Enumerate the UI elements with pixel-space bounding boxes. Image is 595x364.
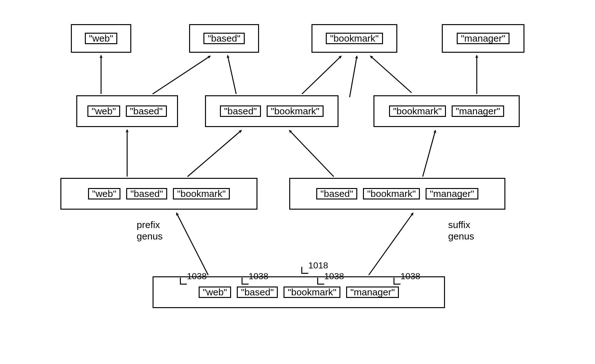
ref-r1038-3: 1038 (324, 271, 344, 281)
ref-r1038-4: 1038 (400, 271, 420, 281)
word-based: "based" (237, 286, 278, 298)
word-bookmark: "bookmark" (363, 188, 420, 199)
word-bookmark: "bookmark" (389, 105, 446, 117)
word-based: "based" (203, 33, 244, 44)
svg-line-3 (302, 56, 341, 94)
word-web: "web" (199, 286, 231, 298)
svg-line-1 (153, 56, 210, 94)
ref-r1038-2: 1038 (249, 271, 268, 281)
word-web: "web" (88, 188, 120, 199)
node-m1: "web""based" (76, 95, 178, 127)
word-bookmark: "bookmark" (326, 33, 383, 44)
word-bookmark: "bookmark" (267, 105, 324, 117)
word-based: "based" (316, 188, 357, 199)
ref-hook (393, 278, 400, 285)
ref-r1038-1: 1038 (187, 271, 207, 281)
node-t3: "bookmark" (311, 24, 397, 53)
svg-line-2 (228, 55, 236, 94)
label-suffix: suffix genus (448, 219, 474, 242)
node-m2: "based""bookmark" (205, 95, 339, 127)
ref-hook (301, 267, 308, 274)
word-manager: "manager" (457, 33, 510, 44)
node-t1: "web" (71, 24, 131, 53)
svg-line-4 (350, 56, 357, 97)
svg-line-10 (423, 130, 435, 177)
node-t4: "manager" (442, 24, 524, 53)
word-bookmark: "bookmark" (173, 188, 230, 199)
ref-hook (180, 278, 187, 285)
ref-hook (242, 278, 249, 285)
word-manager: "manager" (452, 105, 504, 117)
svg-line-5 (370, 56, 412, 93)
svg-line-11 (176, 213, 208, 275)
label-prefix: prefix genus (137, 219, 163, 242)
node-m3: "bookmark""manager" (373, 95, 520, 127)
svg-line-12 (369, 213, 413, 275)
word-manager: "manager" (346, 286, 399, 298)
word-bookmark: "bookmark" (284, 286, 340, 298)
word-web: "web" (87, 105, 120, 117)
word-based: "based" (126, 105, 167, 117)
svg-line-9 (289, 130, 334, 177)
word-manager: "manager" (426, 188, 478, 199)
word-web: "web" (85, 33, 117, 44)
ref-hook (317, 278, 324, 285)
node-b1: "web""based""bookmark" (60, 178, 257, 210)
node-t2: "based" (189, 24, 259, 53)
ref-r1018-0: 1018 (308, 260, 328, 271)
word-based: "based" (220, 105, 261, 117)
diagram-canvas: "web""based""bookmark""manager""web""bas… (0, 0, 595, 364)
node-b2: "based""bookmark""manager" (289, 178, 505, 210)
word-based: "based" (126, 188, 167, 199)
svg-line-8 (188, 130, 242, 177)
